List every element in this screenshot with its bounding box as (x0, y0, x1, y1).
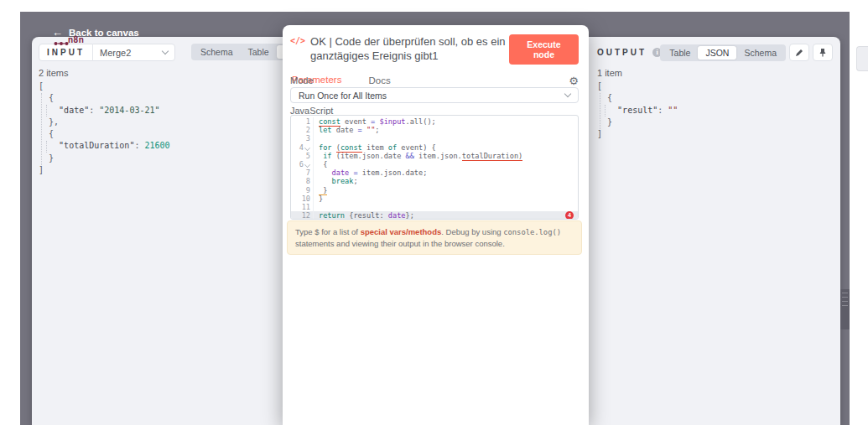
line-number: 10 (299, 194, 310, 203)
input-label: INPUT (39, 48, 92, 57)
json-line: "date": "2014-03-21" (39, 105, 170, 117)
code-line-7: 7 date = item.json.date; (291, 168, 578, 177)
indent-guide (600, 93, 600, 129)
hint-text: . Debug by using (441, 227, 503, 236)
code-line-4: 4for (const item of event) { (291, 143, 578, 152)
line-number: 1 (299, 117, 310, 126)
json-line: "totalDuration": 21600 (39, 140, 170, 152)
hint-text: console.log() (503, 228, 561, 236)
line-number: 11 (299, 203, 310, 211)
code-line-6: 6 { (291, 160, 578, 168)
back-to-canvas-button[interactable]: ← Back to canvas (52, 28, 139, 38)
canvas-note-fragment (840, 289, 850, 329)
line-number: 12 (299, 211, 310, 220)
output-json-view: [ { "result": "" }] (597, 80, 678, 140)
line-number: 9 (299, 186, 310, 194)
pin-output-button[interactable] (813, 44, 833, 61)
input-source-value: Merge2 (93, 48, 163, 58)
back-arrow-icon: ← (52, 28, 63, 38)
cutoff-panel-fragment (856, 46, 868, 71)
output-display-mode-tabs: TableJSONSchema (660, 44, 786, 61)
hint-text: Type $ for a list of (295, 227, 361, 236)
output-items-count: 1 item (597, 68, 622, 78)
chevron-down-icon (564, 91, 571, 97)
input-items-count: 2 items (39, 68, 68, 78)
chevron-down-icon (162, 48, 169, 54)
mode-label: Mode (290, 75, 314, 86)
code-line-9: 9 } (291, 186, 578, 194)
mode-select[interactable]: Run Once for All Items (290, 87, 579, 103)
code-line-10: 10} (291, 194, 578, 203)
edit-output-button[interactable] (789, 44, 809, 61)
json-line: [ (39, 80, 170, 92)
fold-chevron-icon[interactable] (304, 145, 310, 151)
json-line: } (39, 153, 170, 164)
json-line: }, (39, 117, 170, 128)
input-json-view: [ { "date": "2014-03-21" }, { "totalDura… (39, 80, 170, 176)
line-number: 7 (299, 168, 310, 177)
code-line-11: 11 (291, 203, 578, 211)
hint-text: statements and viewing their output in t… (295, 239, 505, 248)
back-label: Back to canvas (69, 28, 139, 38)
indent-guide (46, 141, 47, 153)
line-number: 3 (299, 134, 310, 143)
line-number: 5 (299, 152, 310, 160)
json-line: { (39, 128, 170, 140)
special-vars-link[interactable]: special vars/methods (361, 227, 442, 236)
line-number: 6 (292, 160, 304, 168)
indent-guide (46, 105, 47, 117)
pencil-icon (795, 49, 803, 57)
json-line: { (597, 92, 678, 104)
input-tab-table[interactable]: Table (241, 45, 277, 59)
code-line-3: 3 (291, 134, 578, 143)
mode-value: Run Once for All Items (291, 91, 565, 101)
json-line: "result": "" (597, 105, 678, 117)
line-number: 2 (299, 126, 310, 134)
code-editor[interactable]: 1const event = $input.all();2let date = … (290, 115, 579, 220)
line-number: 8 (299, 177, 310, 185)
json-line: [ (597, 80, 678, 92)
editor-hint: Type $ for a list of special vars/method… (287, 220, 582, 255)
output-section: OUTPUT i ▲ TableJSONSchema 1 item [ { " (589, 37, 840, 425)
output-tab-json[interactable]: JSON (698, 46, 736, 60)
pin-icon (819, 48, 827, 57)
line-number: 4 (292, 143, 304, 152)
json-line: ] (39, 164, 170, 176)
code-line-5: 5 if (item.json.date && item.json.totalD… (291, 152, 578, 160)
output-label: OUTPUT (597, 48, 647, 57)
code-line-12: 12return {result: date};4 (291, 211, 578, 220)
code-line-8: 8 break; (291, 177, 578, 185)
code-line-1: 1const event = $input.all(); (291, 117, 578, 126)
output-tab-table[interactable]: Table (662, 46, 698, 60)
json-line: { (39, 92, 170, 104)
json-line: ] (597, 128, 678, 140)
execute-node-button[interactable]: Execute node (509, 34, 579, 65)
node-title[interactable]: OK | Code der überprüfen soll, ob es ein… (310, 34, 509, 65)
code-node-icon: </> (290, 36, 305, 65)
indent-guide (41, 93, 42, 165)
code-line-2: 2let date = ""; (291, 126, 578, 134)
output-tab-schema[interactable]: Schema (736, 46, 784, 60)
input-tab-schema[interactable]: Schema (193, 45, 241, 59)
fold-chevron-icon[interactable] (304, 162, 310, 168)
indent-guide (605, 105, 606, 117)
json-line: } (597, 117, 678, 128)
error-count-badge[interactable]: 4 (565, 211, 574, 220)
code-node-modal: </> OK | Code der überprüfen soll, ob es… (283, 25, 589, 425)
